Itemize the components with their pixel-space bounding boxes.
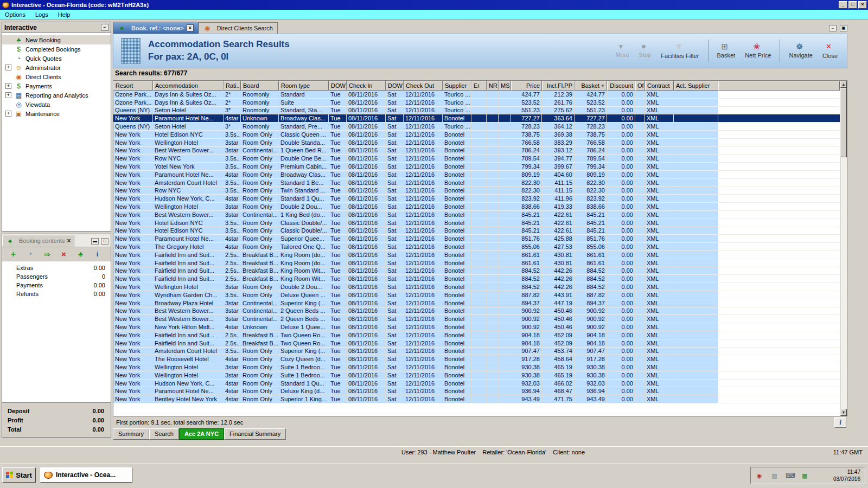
table-row[interactable]: New YorkThe Roosevelt Hotel4starRoom Onl… xyxy=(113,355,840,363)
collapse-panel-button[interactable]: − xyxy=(101,24,108,31)
table-row[interactable]: New YorkBest Western Bower...3starContin… xyxy=(113,147,840,155)
mdi-minimize-button[interactable]: ‒ xyxy=(829,25,837,31)
bottom-tab-acc-2a-nyc[interactable]: Acc 2A NYC xyxy=(179,428,224,440)
sidebar-item-new-booking[interactable]: ♣New Booking xyxy=(2,35,111,44)
column-header-ms[interactable]: MS xyxy=(499,81,511,91)
table-row[interactable]: New YorkWellington Hotel3starRoom OnlySu… xyxy=(113,371,840,380)
table-row[interactable]: New YorkFairfield Inn and Suit...2.5s...… xyxy=(113,331,840,339)
navigate-button[interactable]: ☸Navigate xyxy=(785,40,816,62)
column-header-of[interactable]: Of xyxy=(635,81,645,91)
add-button[interactable]: + xyxy=(9,250,19,259)
tab-direct-clients-search[interactable]: ◉Direct Clients Search xyxy=(199,22,278,34)
table-row[interactable]: Ozone Park...Days Inn & Suites Oz...2*Ro… xyxy=(113,91,840,99)
table-row[interactable]: New YorkHotel Edison NYC3.5s...Room Only… xyxy=(113,219,840,227)
menu-logs[interactable]: Logs xyxy=(30,10,53,19)
start-button[interactable]: Start xyxy=(2,467,36,483)
column-header-price[interactable]: Price xyxy=(511,81,542,91)
table-row[interactable]: New YorkWyndham Garden Ch...3.5s...Room … xyxy=(113,291,840,299)
info-button[interactable]: i xyxy=(93,251,103,258)
table-row[interactable]: New YorkHotel Edison NYC3.5s...Room Only… xyxy=(113,227,840,235)
sidebar-item-viewdata[interactable]: ◎Viewdata xyxy=(2,100,111,109)
expand-icon[interactable]: + xyxy=(5,65,11,70)
expand-icon[interactable]: + xyxy=(5,111,11,117)
basket-button[interactable]: ⊞Basket xyxy=(713,40,739,62)
table-row[interactable]: New YorkFairfield Inn and Suit...2.5s...… xyxy=(113,275,840,283)
table-row[interactable]: New YorkBentley Hotel New York4starRoom … xyxy=(113,395,840,403)
panel-minimize-button[interactable]: ▬ xyxy=(91,238,99,245)
table-row[interactable]: New YorkBroadway Plaza Hotel3starContine… xyxy=(113,299,840,307)
sidebar-item-reporting-and-analytics[interactable]: +▦Reporting and Analytics xyxy=(2,91,111,100)
table-row[interactable]: New YorkParamount Hotel Ne...4starRoom O… xyxy=(113,171,840,179)
column-header-rati[interactable]: Rati... xyxy=(224,81,241,91)
column-header-check-out[interactable]: Check Out xyxy=(404,81,443,91)
table-row[interactable]: New YorkYotel New York3.5s...Room OnlyPr… xyxy=(113,163,840,171)
table-row[interactable]: Queens (NY)Seton Hotel3*RoomonlyStandard… xyxy=(113,123,840,131)
sidebar-item-completed-bookings[interactable]: $Completed Bookings xyxy=(2,44,111,54)
table-row[interactable]: New YorkRow NYC3.5s...Room OnlyDouble On… xyxy=(113,155,840,163)
table-row[interactable]: New YorkFairfield Inn and Suit...2.5s...… xyxy=(113,339,840,348)
column-header-act-supplier[interactable]: Act. Supplier xyxy=(674,81,718,91)
menu-help[interactable]: Help xyxy=(53,10,75,19)
scrollbar-thumb[interactable] xyxy=(840,88,847,157)
keyboard-icon[interactable]: ⌨ xyxy=(786,472,794,479)
tab-book-ref-none[interactable]: ♣Book. ref.: <none>× xyxy=(113,22,199,34)
monitor-icon[interactable]: ▦ xyxy=(801,473,809,479)
table-row[interactable]: New YorkBest Western Bower...3starContin… xyxy=(113,211,840,219)
availability-button[interactable]: ◔ xyxy=(26,251,36,258)
expand-icon[interactable]: + xyxy=(5,92,11,98)
tab-close-icon[interactable]: × xyxy=(187,24,194,31)
minimize-button[interactable]: _ xyxy=(839,1,847,9)
table-row[interactable]: New YorkBest Western Bower...3starContin… xyxy=(113,307,840,316)
taskbar-task-button[interactable]: Interactive - Ocea... xyxy=(40,467,132,483)
table-row[interactable]: Ozone Park...Days Inn & Suites Oz...2*Ro… xyxy=(113,99,840,107)
volume-icon[interactable]: ◉ xyxy=(755,473,763,479)
table-row[interactable]: New YorkAmsterdam Court Hotel3.5s...Room… xyxy=(113,179,840,187)
column-header-nr[interactable]: NR xyxy=(487,81,499,91)
bottom-tab-search[interactable]: Search xyxy=(149,428,179,440)
bottom-tab-summary[interactable]: Summary xyxy=(113,428,149,440)
devices-icon[interactable]: ▥ xyxy=(770,473,778,479)
sidebar-item-direct-clients[interactable]: ◉Direct Clients xyxy=(2,72,111,81)
column-header-dow[interactable]: DOW xyxy=(386,81,404,91)
table-row[interactable]: New YorkAmsterdam Court Hotel3.5s...Room… xyxy=(113,348,840,356)
table-row[interactable]: New YorkWellington Hotel3starRoom OnlySu… xyxy=(113,363,840,371)
table-row[interactable]: New YorkFairfield Inn and Suit...2.5s...… xyxy=(113,251,840,259)
sidebar-item-payments[interactable]: +$Payments xyxy=(2,81,111,91)
table-row[interactable]: New YorkFairfield Inn and Suit...2.5s...… xyxy=(113,259,840,267)
column-header-check-in[interactable]: Check In xyxy=(347,81,386,91)
island-button[interactable]: ♣ xyxy=(76,251,86,258)
table-row[interactable]: New YorkNew York Hilton Midt...4starUnkn… xyxy=(113,323,840,331)
table-row[interactable]: New YorkHotel Edison NYC3.5s...Room Only… xyxy=(113,131,840,139)
table-row[interactable]: New YorkWellington Hotel3starRoom OnlyDo… xyxy=(113,283,840,291)
maximize-button[interactable]: □ xyxy=(848,1,857,9)
column-header-incl-fl-pp[interactable]: Incl.Fl.PP xyxy=(542,81,575,91)
panel-maximize-button[interactable]: □ xyxy=(101,238,108,245)
bottom-tab-financial-summary[interactable]: Financial Summary xyxy=(224,428,286,440)
table-row[interactable]: New YorkHudson New York, C...4starRoom O… xyxy=(113,195,840,203)
sidebar-item-administrator[interactable]: +☺Administrator xyxy=(2,63,111,72)
column-header-supplier[interactable]: Supplier xyxy=(443,81,471,91)
table-row[interactable]: New YorkRow NYC3.5s...Room OnlyTwin Stan… xyxy=(113,187,840,195)
mdi-restore-button[interactable]: ▣ xyxy=(840,25,847,31)
table-row[interactable]: New YorkBest Western Bower...3starContin… xyxy=(113,315,840,323)
column-header-room-type[interactable]: Room type xyxy=(279,81,329,91)
table-row[interactable]: New YorkThe Gregory Hotel4starRoom OnlyT… xyxy=(113,243,840,251)
delete-button[interactable]: × xyxy=(60,250,69,258)
column-header-dow[interactable]: DOW xyxy=(329,81,347,91)
column-header-contract[interactable]: Contract xyxy=(645,81,674,91)
scroll-up-button[interactable]: ▲ xyxy=(840,81,847,88)
move-basket-button[interactable]: ⇒ xyxy=(43,251,53,258)
close-button[interactable]: × xyxy=(858,1,867,9)
table-row[interactable]: New YorkFairfield Inn and Suit...2.5s...… xyxy=(113,267,840,275)
expand-icon[interactable]: + xyxy=(5,83,11,89)
facilities-filter-button[interactable]: ▼Facilities Filter xyxy=(657,40,703,62)
info-button[interactable]: i xyxy=(834,417,846,428)
column-header-er[interactable]: Er xyxy=(471,81,487,91)
close-button[interactable]: ×Close xyxy=(819,40,841,62)
close-tab-icon[interactable]: × xyxy=(67,237,71,245)
table-row[interactable]: New YorkWellington Hotel3starRoom OnlyDo… xyxy=(113,203,840,211)
table-row[interactable]: New YorkParamount Hotel Ne...4starUnknow… xyxy=(113,114,840,123)
menu-options[interactable]: Options xyxy=(0,10,30,19)
table-row[interactable]: New YorkHudson New York, C...4starRoom O… xyxy=(113,380,840,388)
booking-contents-tab[interactable]: ♣ Booking contents × xyxy=(2,235,74,247)
